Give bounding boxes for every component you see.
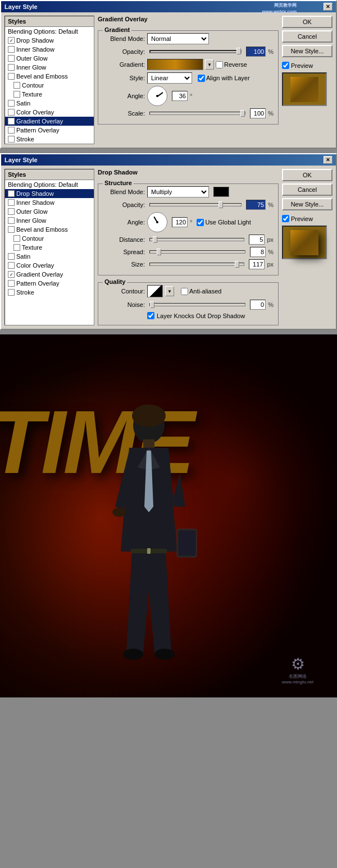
contour-thumbnail[interactable] bbox=[147, 285, 163, 297]
stroke-checkbox-2[interactable] bbox=[8, 289, 15, 296]
opacity-slider-thumb-2[interactable] bbox=[218, 201, 223, 208]
bevel-emboss-checkbox-2[interactable] bbox=[8, 226, 15, 233]
spread-input[interactable] bbox=[250, 247, 266, 257]
close-button[interactable]: ✕ bbox=[324, 3, 333, 11]
ok-button-1[interactable]: OK bbox=[282, 16, 333, 28]
center-panel-2: Drop Shadow Structure Blend Mode: Multip… bbox=[98, 169, 279, 325]
contour-checkbox-2[interactable] bbox=[13, 235, 20, 242]
reverse-checkbox[interactable] bbox=[216, 61, 223, 68]
blending-options-item[interactable]: Blending Options: Default bbox=[5, 27, 94, 36]
size-input[interactable] bbox=[249, 259, 265, 269]
gradient-dropdown-arrow[interactable]: ▼ bbox=[205, 59, 214, 70]
opacity-input[interactable] bbox=[246, 47, 266, 57]
pattern-overlay-item-2[interactable]: Pattern Overlay bbox=[5, 279, 94, 288]
angle-dial-1[interactable] bbox=[147, 86, 167, 106]
preview-checkbox-1[interactable] bbox=[282, 62, 289, 69]
bevel-emboss-item-2[interactable]: Bevel and Emboss bbox=[5, 225, 94, 234]
shadow-color-swatch[interactable] bbox=[213, 187, 229, 197]
cancel-button-1[interactable]: Cancel bbox=[282, 30, 333, 43]
size-slider-thumb[interactable] bbox=[235, 261, 239, 268]
stroke-item[interactable]: Stroke bbox=[5, 135, 94, 144]
stroke-checkbox[interactable] bbox=[8, 136, 15, 143]
cancel-button-2[interactable]: Cancel bbox=[282, 183, 333, 196]
inner-shadow-checkbox[interactable] bbox=[8, 46, 15, 53]
inner-shadow-checkbox-2[interactable] bbox=[8, 199, 15, 206]
outer-glow-item-2[interactable]: Outer Glow bbox=[5, 207, 94, 216]
texture-checkbox[interactable] bbox=[13, 91, 20, 98]
color-overlay-checkbox[interactable] bbox=[8, 109, 15, 116]
texture-checkbox-2[interactable] bbox=[13, 244, 20, 251]
preview-checkbox-2[interactable] bbox=[282, 215, 289, 222]
color-overlay-item-2[interactable]: Color Overlay bbox=[5, 261, 94, 270]
distance-slider-thumb[interactable] bbox=[153, 236, 157, 243]
color-overlay-item[interactable]: Color Overlay bbox=[5, 108, 94, 117]
global-light-container: Use Global Light bbox=[197, 219, 251, 226]
global-light-checkbox[interactable] bbox=[197, 219, 204, 226]
gradient-overlay-checkbox-2[interactable] bbox=[8, 271, 15, 278]
satin-item[interactable]: Satin bbox=[5, 99, 94, 108]
bevel-emboss-item[interactable]: Bevel and Emboss bbox=[5, 72, 94, 81]
inner-glow-item-2[interactable]: Inner Glow bbox=[5, 216, 94, 225]
logo-text-1: 名图网络 bbox=[289, 673, 307, 679]
gradient-overlay-item[interactable]: Gradient Overlay bbox=[5, 117, 94, 126]
blend-mode-row: Blend Mode: Normal Multiply Screen bbox=[103, 33, 274, 44]
quality-group: Quality Contour: ▼ Anti-aliased Noise: bbox=[98, 282, 279, 325]
satin-checkbox-2[interactable] bbox=[8, 253, 15, 260]
texture-item-2[interactable]: Texture bbox=[5, 243, 94, 252]
gradient-overlay-item-2[interactable]: Gradient Overlay bbox=[5, 270, 94, 279]
texture-item[interactable]: Texture bbox=[5, 90, 94, 99]
opacity-slider-thumb[interactable] bbox=[236, 48, 241, 54]
angle-dial-2[interactable] bbox=[147, 212, 167, 232]
angle-input[interactable] bbox=[172, 91, 188, 101]
blending-options-item-2[interactable]: Blending Options: Default bbox=[5, 180, 94, 189]
close-button-2[interactable]: ✕ bbox=[324, 156, 333, 164]
noise-slider-thumb[interactable] bbox=[150, 301, 154, 308]
noise-input[interactable] bbox=[250, 300, 266, 310]
inner-glow-checkbox[interactable] bbox=[8, 64, 15, 71]
style-select[interactable]: Linear Radial Angle bbox=[147, 72, 192, 84]
contour-dropdown-arrow[interactable]: ▼ bbox=[165, 286, 174, 296]
anti-aliased-checkbox[interactable] bbox=[181, 288, 188, 295]
color-overlay-checkbox-2[interactable] bbox=[8, 262, 15, 269]
blend-mode-select-2[interactable]: Multiply Normal bbox=[147, 186, 209, 198]
align-checkbox[interactable] bbox=[198, 75, 205, 82]
bevel-emboss-checkbox[interactable] bbox=[8, 73, 15, 80]
pattern-overlay-checkbox[interactable] bbox=[8, 127, 15, 134]
inner-glow-item[interactable]: Inner Glow bbox=[5, 63, 94, 72]
opacity-input-2[interactable] bbox=[246, 200, 266, 210]
distance-input[interactable] bbox=[249, 235, 265, 245]
pattern-overlay-item[interactable]: Pattern Overlay bbox=[5, 126, 94, 135]
pattern-overlay-checkbox-2[interactable] bbox=[8, 280, 15, 287]
inner-glow-checkbox-2[interactable] bbox=[8, 217, 15, 224]
drop-shadow-checkbox-2[interactable] bbox=[8, 190, 15, 197]
outer-glow-checkbox[interactable] bbox=[8, 55, 15, 62]
inner-shadow-item[interactable]: Inner Shadow bbox=[5, 45, 94, 54]
layer-knocks-checkbox[interactable] bbox=[147, 312, 154, 319]
spread-slider-thumb[interactable] bbox=[157, 249, 161, 255]
drop-shadow-checkbox[interactable] bbox=[8, 37, 15, 44]
contour-checkbox[interactable] bbox=[13, 82, 20, 89]
gradient-overlay-checkbox[interactable] bbox=[8, 118, 15, 125]
scale-input[interactable] bbox=[250, 108, 266, 118]
scale-slider-thumb[interactable] bbox=[240, 110, 245, 117]
gradient-swatch[interactable] bbox=[147, 59, 203, 70]
drop-shadow-item[interactable]: Drop Shadow bbox=[5, 36, 94, 45]
contour-item-2[interactable]: Contour bbox=[5, 234, 94, 243]
stroke-item-2[interactable]: Stroke bbox=[5, 288, 94, 297]
blend-mode-select[interactable]: Normal Multiply Screen bbox=[147, 33, 209, 44]
ok-button-2[interactable]: OK bbox=[282, 169, 333, 181]
opacity-row-2: Opacity: % bbox=[103, 200, 274, 210]
new-style-button-1[interactable]: New Style... bbox=[282, 45, 333, 57]
angle-input-2[interactable] bbox=[172, 217, 188, 227]
outer-glow-item[interactable]: Outer Glow bbox=[5, 54, 94, 63]
new-style-button-2[interactable]: New Style... bbox=[282, 198, 333, 210]
outer-glow-checkbox-2[interactable] bbox=[8, 208, 15, 215]
satin-checkbox[interactable] bbox=[8, 100, 15, 107]
gradient-group: Gradient Blend Mode: Normal Multiply Scr… bbox=[98, 30, 279, 125]
inner-shadow-item-2[interactable]: Inner Shadow bbox=[5, 198, 94, 207]
dialog1-body: Styles Blending Options: Default Drop Sh… bbox=[1, 12, 336, 148]
svg-point-9 bbox=[154, 649, 175, 660]
drop-shadow-item-2[interactable]: Drop Shadow bbox=[5, 189, 94, 198]
contour-item[interactable]: Contour bbox=[5, 81, 94, 90]
satin-item-2[interactable]: Satin bbox=[5, 252, 94, 261]
